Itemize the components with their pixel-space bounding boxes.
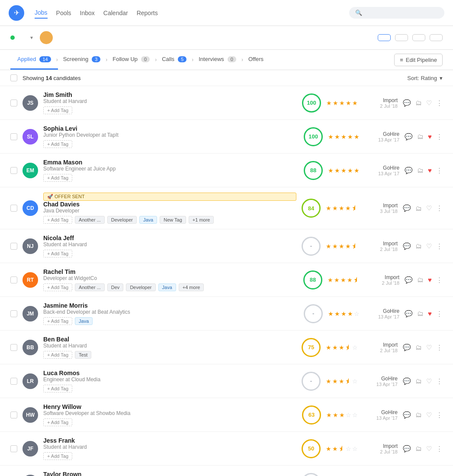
star-rating[interactable]: ★★★⯨☆: [326, 344, 358, 351]
job-menu-button[interactable]: [430, 34, 443, 41]
candidate-name[interactable]: Taylor Brown: [43, 471, 296, 476]
tab-followup[interactable]: Follow Up 0: [106, 50, 157, 70]
star-rating[interactable]: ★★★⯨☆: [326, 378, 358, 385]
candidate-name[interactable]: Chad Davies: [43, 201, 296, 208]
promote-button[interactable]: [378, 34, 391, 41]
candidate-tag[interactable]: New Tag: [160, 216, 186, 224]
add-tag-button[interactable]: + Add Tag: [43, 174, 72, 182]
comment-icon[interactable]: 💬: [405, 167, 413, 174]
star-rating[interactable]: ★★★★⯨: [328, 277, 360, 283]
like-icon[interactable]: ♥: [428, 310, 432, 317]
star-rating[interactable]: ★★★★★: [326, 100, 358, 106]
like-icon[interactable]: ♡: [426, 99, 432, 107]
star-rating[interactable]: ★★★★☆: [328, 310, 360, 317]
comment-icon[interactable]: 💬: [403, 411, 411, 419]
candidate-tag[interactable]: Java: [139, 216, 157, 224]
row-checkbox[interactable]: [10, 310, 17, 317]
star-rating[interactable]: ★★★★⯨: [326, 243, 358, 250]
add-tag-button[interactable]: + Add Tag: [43, 317, 72, 325]
more-icon[interactable]: ⋮: [436, 411, 443, 419]
candidate-tag[interactable]: Developer: [126, 283, 155, 291]
candidate-name[interactable]: Nicola Jeff: [43, 235, 296, 241]
star-rating[interactable]: ★★★★⯨: [326, 205, 358, 212]
folder-icon[interactable]: 🗂: [417, 276, 424, 283]
candidate-tag[interactable]: Java: [75, 317, 93, 325]
candidate-tag[interactable]: Java: [158, 283, 176, 291]
candidate-name[interactable]: Sophia Levi: [43, 125, 299, 132]
candidate-tag[interactable]: +1 more: [189, 216, 214, 224]
candidate-tag[interactable]: Test: [75, 351, 91, 359]
row-checkbox[interactable]: [10, 100, 17, 106]
edit-pipeline-button[interactable]: ≡ Edit Pipeline: [394, 54, 443, 66]
comment-icon[interactable]: 💬: [405, 133, 413, 141]
comment-icon[interactable]: 💬: [403, 99, 411, 107]
tab-offers[interactable]: Offers: [241, 50, 270, 70]
folder-icon[interactable]: 🗂: [415, 411, 422, 418]
more-icon[interactable]: ⋮: [436, 99, 443, 107]
nav-jobs[interactable]: Jobs: [35, 7, 48, 19]
add-tag-button[interactable]: + Add Tag: [43, 351, 72, 359]
row-checkbox[interactable]: [10, 243, 17, 250]
comment-icon[interactable]: 💬: [403, 242, 411, 250]
add-tag-button[interactable]: + Add Tag: [43, 385, 72, 392]
more-icon[interactable]: ⋮: [436, 133, 443, 141]
like-icon[interactable]: ♡: [426, 204, 432, 212]
nav-reports[interactable]: Reports: [137, 8, 158, 18]
more-icon[interactable]: ⋮: [436, 204, 443, 212]
sort-control[interactable]: Sort: Rating ▾: [407, 75, 443, 81]
edit-button[interactable]: [412, 34, 425, 41]
candidate-name[interactable]: Luca Romos: [43, 370, 296, 376]
nav-pools[interactable]: Pools: [56, 8, 71, 18]
row-checkbox[interactable]: [10, 277, 17, 283]
candidate-name[interactable]: Henry Willow: [43, 403, 297, 410]
more-icon[interactable]: ⋮: [436, 242, 443, 250]
candidate-name[interactable]: Rachel Tim: [43, 268, 298, 275]
tab-interviews[interactable]: Interviews 0: [192, 50, 243, 70]
comment-icon[interactable]: 💬: [403, 377, 411, 385]
candidate-name[interactable]: Emma Mason: [43, 159, 299, 166]
star-rating[interactable]: ★★⯨☆☆: [326, 445, 358, 452]
comment-icon[interactable]: 💬: [405, 276, 413, 284]
tab-calls[interactable]: Calls 5: [155, 50, 193, 70]
like-icon[interactable]: ♥: [428, 276, 432, 283]
candidate-name[interactable]: Jim Smith: [43, 91, 297, 98]
candidate-tag[interactable]: Dev: [107, 283, 124, 291]
folder-icon[interactable]: 🗂: [415, 445, 422, 452]
more-icon[interactable]: ⋮: [436, 445, 443, 453]
candidate-name[interactable]: Ben Beal: [43, 336, 296, 343]
candidate-tag[interactable]: Another ...: [75, 216, 105, 224]
row-checkbox[interactable]: [10, 133, 17, 140]
more-icon[interactable]: ⋮: [436, 377, 443, 385]
like-icon[interactable]: ♡: [426, 242, 432, 250]
star-rating[interactable]: ★★★★★: [328, 167, 360, 174]
candidate-name[interactable]: Jess Frank: [43, 437, 296, 444]
tab-applied[interactable]: Applied 14: [10, 50, 58, 70]
select-all-checkbox[interactable]: [10, 74, 17, 81]
like-icon[interactable]: ♡: [426, 445, 432, 453]
star-rating[interactable]: ★★★☆☆: [326, 412, 358, 418]
tab-screening[interactable]: Screening 3: [56, 50, 108, 70]
comment-icon[interactable]: 💬: [405, 310, 413, 318]
row-checkbox[interactable]: [10, 167, 17, 174]
comment-icon[interactable]: 💬: [403, 204, 411, 212]
comment-icon[interactable]: 💬: [403, 344, 411, 351]
like-icon[interactable]: ♡: [426, 411, 432, 419]
more-icon[interactable]: ⋮: [436, 344, 443, 351]
folder-icon[interactable]: 🗂: [415, 205, 422, 212]
like-icon[interactable]: ♡: [426, 344, 432, 351]
add-tag-button[interactable]: + Add Tag: [43, 216, 72, 224]
folder-icon[interactable]: 🗂: [415, 242, 422, 250]
candidate-tag[interactable]: +4 more: [179, 283, 204, 291]
row-checkbox[interactable]: [10, 205, 17, 212]
add-tag-button[interactable]: + Add Tag: [43, 418, 72, 426]
like-icon[interactable]: ♡: [426, 377, 432, 385]
job-dropdown-icon[interactable]: ▾: [30, 35, 33, 41]
folder-icon[interactable]: 🗂: [417, 133, 424, 140]
candidate-tag[interactable]: Developer: [107, 216, 137, 224]
search-input[interactable]: [366, 10, 438, 16]
row-checkbox[interactable]: [10, 344, 17, 351]
add-tag-button[interactable]: + Add Tag: [43, 106, 72, 114]
add-tag-button[interactable]: + Add Tag: [43, 452, 72, 460]
folder-icon[interactable]: 🗂: [417, 167, 424, 174]
comment-icon[interactable]: 💬: [403, 445, 411, 453]
